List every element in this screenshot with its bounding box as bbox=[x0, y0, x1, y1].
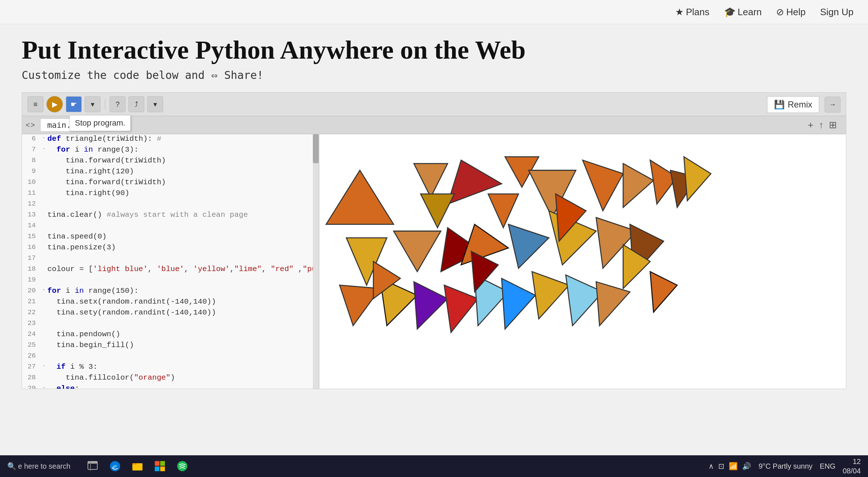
taskbar-folder-icon[interactable] bbox=[130, 459, 145, 474]
time-display: 12 bbox=[843, 457, 861, 466]
more-dropdown[interactable]: ▾ bbox=[147, 96, 163, 112]
code-line-22: 22 tina.sety(random.randint(-140,140)) bbox=[22, 308, 319, 319]
page-subtitle: Customize the code below and ⇔ Share! bbox=[22, 69, 846, 81]
scrollbar-thumb[interactable] bbox=[313, 134, 319, 163]
volume-icon[interactable]: 🔊 bbox=[742, 462, 751, 470]
code-line-8: 8 tina.forward(triWidth) bbox=[22, 156, 319, 167]
svg-rect-42 bbox=[155, 467, 159, 471]
code-line-27: 27 - if i % 3: bbox=[22, 362, 319, 373]
taskbar-search: 🔍 e here to search bbox=[7, 462, 71, 470]
ide-container: ≡ ▶ ☛ Stop program. ▾ ? ⤴ bbox=[22, 92, 846, 389]
share-button[interactable]: ⤴ bbox=[128, 96, 144, 112]
code-line-10: 10 tina.forward(triWidth) bbox=[22, 178, 319, 189]
menu-button[interactable]: ≡ bbox=[27, 96, 43, 112]
upload-button[interactable]: ↑ bbox=[819, 119, 824, 131]
remix-label: Remix bbox=[788, 100, 812, 110]
svg-rect-36 bbox=[88, 461, 97, 464]
taskbar-app-icons bbox=[85, 459, 190, 474]
weather-text: 9°C Partly sunny bbox=[758, 462, 812, 470]
plans-nav-item[interactable]: ★ Plans bbox=[675, 7, 709, 18]
canvas-output bbox=[319, 134, 846, 389]
code-line-24: 24 tina.pendown() bbox=[22, 330, 319, 341]
file-tabs: < > main.py + ↑ ⊞ bbox=[22, 116, 846, 134]
taskbar-edge-icon[interactable] bbox=[107, 459, 123, 474]
run-button[interactable]: ▶ bbox=[46, 96, 63, 113]
question-icon: ? bbox=[115, 100, 119, 109]
svg-rect-41 bbox=[160, 461, 165, 466]
signup-nav-item[interactable]: Sign Up bbox=[820, 7, 854, 18]
graduation-icon: 🎓 bbox=[724, 7, 736, 18]
code-line-7: 7 - for i in range(3): bbox=[22, 145, 319, 156]
code-line-29: 29 - else: bbox=[22, 384, 319, 389]
code-line-15: 15 tina.speed(0) bbox=[22, 232, 319, 243]
tab-left-arrow[interactable]: < bbox=[26, 121, 30, 129]
date-display: 08/04 bbox=[843, 466, 861, 476]
plans-label: Plans bbox=[686, 7, 709, 18]
share-text: Share! bbox=[224, 69, 263, 81]
search-icon: 🔍 bbox=[7, 462, 16, 470]
share-icon: ⇔ bbox=[211, 69, 224, 81]
code-line-16: 16 tina.pensize(3) bbox=[22, 243, 319, 254]
taskbar-right: ∧ ⊡ 📶 🔊 9°C Partly sunny ENG 12 08/04 bbox=[709, 457, 861, 476]
svg-rect-43 bbox=[160, 467, 165, 471]
top-navigation: ★ Plans 🎓 Learn ⊘ Help Sign Up bbox=[0, 0, 868, 24]
dropdown-button[interactable]: ▾ bbox=[85, 96, 101, 112]
chevron-up-icon[interactable]: ∧ bbox=[709, 462, 714, 470]
stop-button[interactable]: ☛ bbox=[66, 96, 82, 112]
image-button[interactable]: ⊞ bbox=[829, 119, 837, 131]
help-button[interactable]: ? bbox=[110, 96, 125, 112]
remix-button[interactable]: 💾 Remix bbox=[767, 96, 819, 113]
code-line-12: 12 bbox=[22, 199, 319, 210]
code-editor[interactable]: 6 - def triangle(triWidth): # 7 - for i … bbox=[22, 134, 319, 389]
taskbar-spotify-icon[interactable] bbox=[175, 459, 190, 474]
dropdown-icon: ▾ bbox=[91, 100, 94, 109]
add-file-button[interactable]: + bbox=[808, 119, 813, 131]
save-icon: 💾 bbox=[774, 100, 785, 110]
taskbar: 🔍 e here to search bbox=[0, 455, 868, 477]
language-text: ENG bbox=[820, 462, 835, 470]
tab-right-arrow[interactable]: > bbox=[31, 121, 35, 129]
code-line-17: 17 bbox=[22, 254, 319, 265]
code-line-11: 11 tina.right(90) bbox=[22, 189, 319, 199]
wifi-icon[interactable]: 📶 bbox=[729, 462, 738, 470]
turtle-canvas bbox=[319, 134, 846, 389]
code-line-14: 14 bbox=[22, 221, 319, 232]
ide-toolbar: ≡ ▶ ☛ Stop program. ▾ ? ⤴ bbox=[22, 93, 846, 116]
main-content: Put Interactive Python Anywhere on the W… bbox=[0, 24, 868, 455]
learn-nav-item[interactable]: 🎓 Learn bbox=[724, 7, 762, 18]
stop-tooltip: Stop program. bbox=[69, 115, 131, 131]
taskbar-clock[interactable]: 12 08/04 bbox=[843, 457, 861, 476]
subtitle-text: Customize the code below and bbox=[22, 69, 205, 81]
login-button[interactable]: → bbox=[825, 97, 841, 113]
svg-rect-0 bbox=[319, 143, 846, 380]
system-tray-icons: ∧ ⊡ 📶 🔊 bbox=[709, 462, 751, 470]
stop-tooltip-text: Stop program. bbox=[75, 118, 125, 127]
display-icon[interactable]: ⊡ bbox=[718, 462, 724, 470]
taskbar-windows-icon[interactable] bbox=[152, 459, 167, 474]
code-line-13: 13 tina.clear() #always start with a cle… bbox=[22, 210, 319, 221]
code-line-26: 26 bbox=[22, 351, 319, 362]
menu-icon: ≡ bbox=[33, 100, 38, 109]
tab-navigation: < > bbox=[26, 121, 35, 129]
code-line-28: 28 tina.fillcolor("orange") bbox=[22, 373, 319, 384]
code-line-6: 6 - def triangle(triWidth): # bbox=[22, 134, 319, 145]
stop-button-container: ☛ Stop program. bbox=[66, 96, 82, 112]
editor-scrollbar[interactable] bbox=[313, 134, 319, 389]
run-icon: ▶ bbox=[52, 100, 58, 109]
code-line-21: 21 tina.setx(random.randint(-140,140)) bbox=[22, 297, 319, 308]
taskbar-window-icon[interactable] bbox=[85, 459, 100, 474]
help-nav-item[interactable]: ⊘ Help bbox=[776, 7, 805, 18]
learn-label: Learn bbox=[738, 7, 762, 18]
code-line-9: 9 tina.right(120) bbox=[22, 167, 319, 178]
svg-rect-37 bbox=[90, 461, 91, 471]
share-icon: ⤴ bbox=[135, 100, 138, 109]
search-text: e here to search bbox=[18, 462, 71, 470]
code-line-18: 18 colour = ['light blue', 'blue', 'yell… bbox=[22, 265, 319, 275]
page-title: Put Interactive Python Anywhere on the W… bbox=[22, 35, 846, 65]
help-label: Help bbox=[786, 7, 805, 18]
code-line-19: 19 bbox=[22, 275, 319, 286]
star-icon: ★ bbox=[675, 7, 684, 18]
code-line-25: 25 tina.begin_fill() bbox=[22, 341, 319, 351]
remix-area: 💾 Remix → bbox=[767, 93, 846, 116]
signup-label: Sign Up bbox=[820, 7, 854, 18]
